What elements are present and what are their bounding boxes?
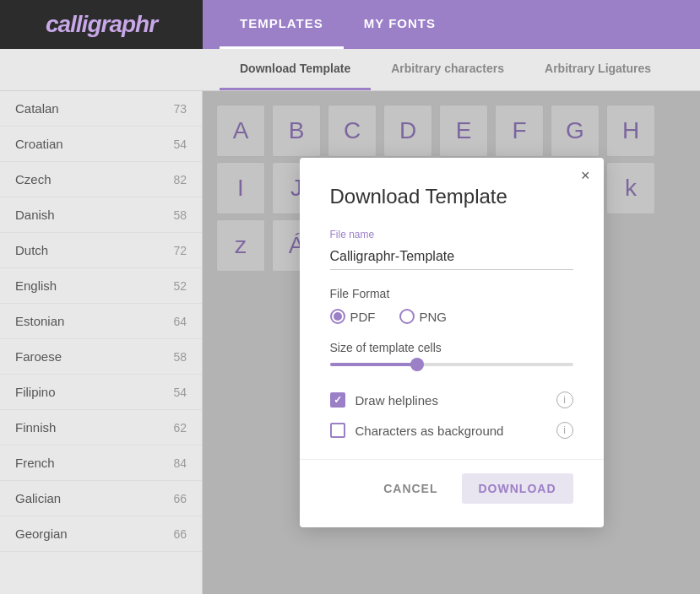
- file-name-label: File name: [330, 229, 573, 240]
- file-name-input[interactable]: [330, 244, 573, 270]
- checkbox-label-chars-bg: Characters as background: [355, 424, 546, 438]
- logo-area: calligraphr: [0, 0, 203, 49]
- info-icon-chars-bg[interactable]: i: [556, 422, 573, 439]
- language-name: English: [15, 278, 57, 293]
- language-name: Estonian: [15, 314, 64, 328]
- list-item[interactable]: Filipino 54: [0, 375, 202, 410]
- file-name-group: File name: [330, 229, 573, 270]
- language-count: 66: [173, 492, 187, 505]
- language-count: 66: [173, 527, 187, 541]
- checkbox-chars-as-background[interactable]: Characters as background i: [330, 415, 573, 446]
- checkbox-box-chars-bg: [330, 423, 345, 438]
- checkbox-label-helplines: Draw helplines: [355, 393, 546, 408]
- language-sidebar: Catalan 73 Croatian 54 Czech 82 Danish 5…: [0, 91, 203, 594]
- content-area: A B C D E F G H I J R S T i j k z Á Ä ó …: [203, 91, 700, 594]
- main-body: Catalan 73 Croatian 54 Czech 82 Danish 5…: [0, 91, 700, 594]
- language-name: Galician: [15, 491, 61, 505]
- radio-pdf[interactable]: PDF: [330, 309, 376, 324]
- slider-track: [330, 363, 573, 366]
- language-count: 58: [173, 350, 187, 364]
- language-count: 64: [173, 315, 187, 328]
- language-count: 72: [173, 244, 187, 257]
- language-name: French: [15, 456, 55, 470]
- language-name: Georgian: [15, 526, 68, 541]
- slider-section: Size of template cells: [330, 341, 573, 366]
- list-item[interactable]: Czech 82: [0, 162, 202, 197]
- radio-label-pdf: PDF: [350, 310, 376, 324]
- list-item[interactable]: Catalan 73: [0, 91, 202, 127]
- radio-circle-png: [399, 309, 415, 324]
- download-button[interactable]: DOWNLOAD: [462, 473, 573, 504]
- nav-tab-my-fonts[interactable]: MY FONTS: [344, 0, 456, 49]
- language-name: Catalan: [15, 101, 59, 116]
- slider-fill: [330, 363, 418, 366]
- subtabs-bar: Download Template Arbitrary characters A…: [0, 49, 700, 91]
- language-name: Finnish: [15, 420, 56, 435]
- list-item[interactable]: Georgian 66: [0, 516, 202, 552]
- language-count: 82: [173, 173, 187, 186]
- list-item[interactable]: Finnish 62: [0, 410, 202, 446]
- list-item[interactable]: Danish 58: [0, 197, 202, 233]
- file-format-section: File Format PDF PNG: [330, 287, 573, 324]
- language-count: 54: [173, 386, 187, 399]
- slider-thumb[interactable]: [410, 358, 424, 371]
- language-count: 58: [173, 208, 187, 222]
- header: calligraphr TEMPLATES MY FONTS: [0, 0, 700, 49]
- modal-overlay: × Download Template File name File Forma…: [203, 91, 700, 594]
- language-count: 73: [173, 102, 187, 116]
- subtab-download-template[interactable]: Download Template: [220, 49, 371, 90]
- language-name: Danish: [15, 208, 55, 222]
- info-icon-helplines[interactable]: i: [556, 392, 573, 408]
- cancel-button[interactable]: CANCEL: [373, 475, 448, 502]
- modal-close-button[interactable]: ×: [581, 168, 590, 183]
- language-name: Czech: [15, 172, 52, 186]
- logo: calligraphr: [46, 11, 157, 38]
- list-item[interactable]: Estonian 64: [0, 304, 202, 339]
- list-item[interactable]: English 52: [0, 268, 202, 304]
- checkbox-draw-helplines[interactable]: ✓ Draw helplines i: [330, 385, 573, 415]
- language-count: 54: [173, 138, 187, 151]
- checkbox-section: ✓ Draw helplines i Characters as backgro…: [330, 385, 573, 446]
- list-item[interactable]: Faroese 58: [0, 339, 202, 375]
- radio-png[interactable]: PNG: [399, 309, 448, 324]
- language-count: 62: [173, 421, 187, 435]
- language-name: Faroese: [15, 349, 62, 364]
- language-count: 52: [173, 279, 187, 293]
- list-item[interactable]: Galician 66: [0, 481, 202, 516]
- language-count: 84: [173, 456, 187, 470]
- list-item[interactable]: Dutch 72: [0, 233, 202, 268]
- nav-tabs: TEMPLATES MY FONTS: [203, 0, 456, 49]
- language-name: Croatian: [15, 137, 63, 151]
- radio-label-png: PNG: [420, 310, 448, 324]
- radio-circle-pdf: [330, 309, 345, 324]
- subtab-arbitrary-characters[interactable]: Arbitrary characters: [371, 49, 524, 90]
- download-template-modal: × Download Template File name File Forma…: [300, 158, 604, 527]
- list-item[interactable]: Croatian 54: [0, 127, 202, 162]
- subtab-arbitrary-ligatures[interactable]: Arbitrary Ligatures: [524, 49, 671, 90]
- file-format-label: File Format: [330, 287, 573, 300]
- nav-tab-templates[interactable]: TEMPLATES: [220, 0, 344, 49]
- modal-divider: [300, 459, 604, 460]
- modal-title: Download Template: [330, 185, 573, 208]
- language-name: Filipino: [15, 385, 56, 399]
- list-item[interactable]: French 84: [0, 446, 202, 481]
- radio-group: PDF PNG: [330, 309, 573, 324]
- checkmark-helplines: ✓: [334, 395, 342, 405]
- language-name: Dutch: [15, 243, 48, 257]
- modal-actions: CANCEL DOWNLOAD: [330, 473, 573, 504]
- slider-label: Size of template cells: [330, 341, 573, 354]
- checkbox-box-helplines: ✓: [330, 392, 345, 408]
